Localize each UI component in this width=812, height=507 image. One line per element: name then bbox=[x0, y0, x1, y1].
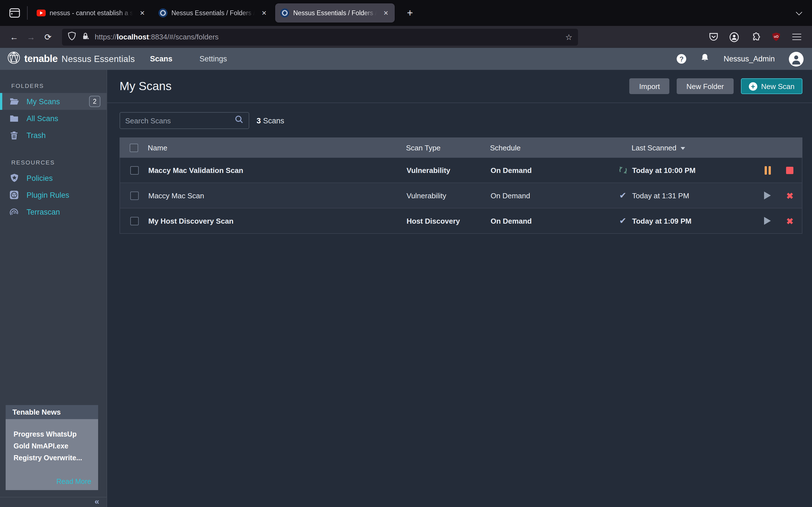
main-content: My Scans Import New Folder + New Scan bbox=[107, 70, 812, 507]
url-text: https://localhost:8834/#/scans/folders bbox=[95, 33, 218, 41]
last-scanned: Today at 10:00 PM bbox=[632, 166, 746, 174]
column-header-name[interactable]: Name bbox=[148, 144, 406, 152]
menu-hamburger-icon[interactable] bbox=[788, 29, 805, 45]
nav-scans[interactable]: Scans bbox=[150, 55, 172, 63]
header-right: ? Nessus_Admin bbox=[677, 52, 812, 66]
column-header-last-scanned[interactable]: Last Scanned bbox=[631, 144, 746, 152]
help-icon[interactable]: ? bbox=[677, 54, 686, 64]
stop-scan-icon[interactable] bbox=[786, 166, 794, 174]
tab-title: Nessus Essentials / Folders / My bbox=[293, 10, 378, 16]
read-more-link[interactable]: Read More bbox=[56, 478, 91, 486]
pause-scan-icon[interactable] bbox=[765, 166, 771, 174]
product-name: Nessus Essentials bbox=[61, 54, 135, 64]
row-actions: ✖ bbox=[746, 217, 802, 225]
tab-nessus-myscans-active[interactable]: Nessus Essentials / Folders / My ✕ bbox=[275, 3, 395, 22]
nessus-app-header: tenable Nessus Essentials Scans Settings… bbox=[0, 48, 812, 70]
new-folder-button[interactable]: New Folder bbox=[677, 78, 733, 94]
column-header-schedule[interactable]: Schedule bbox=[490, 144, 613, 152]
url-path: :8834/#/scans/folders bbox=[149, 33, 218, 41]
app-nav: Scans Settings bbox=[150, 55, 227, 63]
tab-youtube[interactable]: nessus - cannot establish a secu ✕ bbox=[32, 3, 151, 22]
url-host: localhost bbox=[117, 33, 149, 41]
collapse-sidebar-icon[interactable]: « bbox=[94, 497, 99, 505]
user-avatar[interactable] bbox=[789, 52, 804, 66]
scan-count-number: 3 bbox=[257, 116, 261, 125]
username[interactable]: Nessus_Admin bbox=[723, 55, 775, 63]
reload-button[interactable]: ⟳ bbox=[40, 29, 56, 45]
sidebar-item-all-scans[interactable]: All Scans bbox=[0, 110, 107, 127]
forward-button[interactable]: → bbox=[22, 29, 40, 45]
launch-scan-icon[interactable] bbox=[764, 217, 771, 225]
new-tab-button[interactable]: + bbox=[402, 4, 418, 21]
browser-toolbar: ← → ⟳ https://localhost:8834/#/scans/fol… bbox=[0, 26, 812, 48]
search-input[interactable] bbox=[125, 116, 235, 125]
firefox-view-icon[interactable] bbox=[4, 4, 25, 22]
import-button[interactable]: Import bbox=[629, 78, 670, 94]
new-scan-label: New Scan bbox=[761, 82, 795, 91]
table-row[interactable]: My Host Discovery Scan Host Discovery On… bbox=[119, 209, 802, 234]
new-scan-button[interactable]: + New Scan bbox=[741, 78, 803, 94]
pocket-icon[interactable] bbox=[705, 29, 722, 45]
status-complete-check-icon: ✔ bbox=[613, 216, 632, 226]
extensions-puzzle-icon[interactable] bbox=[747, 29, 763, 45]
notifications-bell-icon[interactable] bbox=[700, 53, 709, 65]
toolbar-right-icons: uO bbox=[705, 29, 806, 45]
folder-open-icon bbox=[9, 98, 19, 105]
policy-shield-icon bbox=[9, 173, 19, 182]
delete-scan-icon[interactable]: ✖ bbox=[786, 191, 794, 200]
nav-settings[interactable]: Settings bbox=[200, 55, 227, 63]
account-icon[interactable] bbox=[726, 29, 743, 45]
tracking-shield-icon[interactable] bbox=[68, 31, 76, 43]
sidebar-item-label: Plugin Rules bbox=[27, 191, 69, 199]
sidebar: FOLDERS My Scans 2 All Scans bbox=[0, 70, 107, 507]
scan-name: Maccy Mac Validation Scan bbox=[148, 166, 407, 174]
page-header: My Scans Import New Folder + New Scan bbox=[107, 70, 812, 103]
launch-scan-icon[interactable] bbox=[764, 191, 771, 200]
table-row[interactable]: Maccy Mac Validation Scan Vulnerability … bbox=[119, 158, 802, 183]
nessus-favicon bbox=[158, 8, 167, 17]
sidebar-item-policies[interactable]: Policies bbox=[0, 170, 107, 186]
bookmark-star-icon[interactable]: ☆ bbox=[565, 33, 572, 41]
browser-window: nessus - cannot establish a secu ✕ Nessu… bbox=[0, 0, 812, 507]
news-headline-line: Gold NmAPI.exe bbox=[13, 441, 91, 452]
scan-schedule: On Demand bbox=[491, 166, 613, 174]
sidebar-item-plugin-rules[interactable]: Plugin Rules bbox=[0, 186, 107, 203]
sidebar-item-terrascan[interactable]: Terrascan bbox=[0, 203, 107, 220]
ublock-origin-icon[interactable]: uO bbox=[767, 29, 784, 45]
scan-type: Vulnerability bbox=[407, 166, 491, 174]
delete-scan-icon[interactable]: ✖ bbox=[786, 217, 794, 225]
row-actions: ✖ bbox=[746, 191, 802, 200]
sidebar-item-label: My Scans bbox=[27, 97, 60, 106]
tenable-news-card: Tenable News Progress WhatsUp Gold NmAPI… bbox=[6, 405, 98, 490]
table-header-row: Name Scan Type Schedule Last Scanned bbox=[119, 137, 802, 158]
folder-icon bbox=[9, 115, 19, 122]
sort-desc-icon bbox=[680, 147, 685, 150]
status-complete-check-icon: ✔ bbox=[613, 190, 632, 201]
tenable-brand: tenable Nessus Essentials bbox=[0, 51, 142, 66]
url-bar[interactable]: https://localhost:8834/#/scans/folders ☆ bbox=[62, 29, 578, 45]
row-checkbox[interactable] bbox=[130, 191, 139, 200]
tab-close-icon[interactable]: ✕ bbox=[260, 8, 268, 18]
row-checkbox[interactable] bbox=[130, 166, 139, 174]
list-all-tabs-icon[interactable] bbox=[791, 4, 808, 21]
scan-count: 3Scans bbox=[257, 116, 284, 125]
tab-close-icon[interactable]: ✕ bbox=[382, 8, 390, 18]
connection-lock-icon[interactable] bbox=[81, 31, 90, 43]
news-headline-line: Registry Overwrite... bbox=[13, 452, 91, 464]
sidebar-item-my-scans[interactable]: My Scans 2 bbox=[0, 93, 107, 110]
tab-separator bbox=[27, 6, 28, 20]
scan-count-label: Scans bbox=[263, 116, 284, 125]
trash-icon bbox=[9, 131, 19, 139]
tab-close-icon[interactable]: ✕ bbox=[139, 8, 146, 18]
tab-nessus-view[interactable]: Nessus Essentials / Folders / Vie ✕ bbox=[153, 3, 273, 22]
sidebar-item-label: All Scans bbox=[27, 114, 58, 122]
column-header-scan-type[interactable]: Scan Type bbox=[406, 144, 490, 152]
status-running-spinner-icon bbox=[613, 165, 632, 175]
sidebar-item-label: Policies bbox=[27, 174, 53, 182]
scan-type: Vulnerability bbox=[407, 191, 491, 200]
select-all-checkbox[interactable] bbox=[130, 144, 138, 152]
sidebar-item-trash[interactable]: Trash bbox=[0, 127, 107, 144]
row-checkbox[interactable] bbox=[130, 217, 139, 225]
back-button[interactable]: ← bbox=[6, 29, 22, 45]
table-row[interactable]: Maccy Mac Scan Vulnerability On Demand ✔… bbox=[119, 183, 802, 209]
